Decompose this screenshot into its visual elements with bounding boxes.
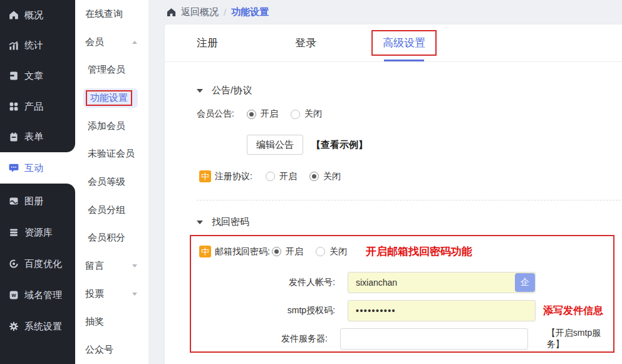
tab-register[interactable]: 注册 <box>170 24 245 61</box>
sidebar-item-label: 文章 <box>24 70 43 82</box>
smtp-code-input-wrap <box>348 300 536 321</box>
sidebar-item-statistics[interactable]: 统计 <box>0 31 75 61</box>
smtp-code-field: smtp授权码: 添写发件信息 <box>229 300 603 321</box>
annotation-enable-email-recovery: 开启邮箱找回密码功能 <box>366 244 472 259</box>
sidebar-item-overview[interactable]: 概况 <box>0 0 75 31</box>
submenu-item-votes[interactable]: 投票 <box>75 280 148 308</box>
submenu-item-manage-members[interactable]: 管理会员 <box>75 56 148 84</box>
svg-text:w: w <box>11 292 16 298</box>
member-notice-radio-group: 开启 关闭 <box>247 108 322 120</box>
submenu-label: 留言 <box>85 260 104 272</box>
submenu-item-messages[interactable]: 留言 <box>75 252 148 280</box>
radio-unselected[interactable] <box>316 247 325 256</box>
annotation-red-box: 功能设置 <box>86 90 132 106</box>
sidebar-item-system-settings[interactable]: 系统设置 <box>0 311 75 342</box>
sidebar-item-interaction[interactable]: 互动 <box>0 152 75 184</box>
member-notice-row: 会员公告: 开启 关闭 <box>197 108 322 120</box>
sidebar-item-label: 互动 <box>24 162 43 174</box>
sender-server-input[interactable] <box>340 328 528 350</box>
annotation-red-section: 中 邮箱找回密码: 开启 关闭 开启邮箱找回密码功能 发件人帐号: 企 smtp… <box>190 235 614 353</box>
submenu-item-feature-settings[interactable]: 功能设置 <box>75 84 148 112</box>
sidebar-item-articles[interactable]: 文章 <box>0 61 75 91</box>
smtp-code-input[interactable] <box>348 300 536 321</box>
edit-announcement-button[interactable]: 编辑公告 <box>247 135 303 155</box>
submenu-label: 在线查询 <box>85 8 123 20</box>
submenu-item-member-groups[interactable]: 会员分组 <box>75 196 148 224</box>
collapse-triangle-icon <box>197 89 203 93</box>
settings-icon <box>9 321 19 331</box>
stats-icon <box>9 41 19 51</box>
submenu-item-add-member[interactable]: 添加会员 <box>75 112 148 140</box>
submenu-item-lottery[interactable]: 抽奖 <box>75 308 148 336</box>
submenu-item-member-levels[interactable]: 会员等级 <box>75 168 148 196</box>
sidebar-block-bottom: 图册 资源库 百度优化 w 域名管理 系统设置 <box>0 184 75 364</box>
medium-badge: 中 <box>199 170 211 182</box>
sidebar-item-label: 域名管理 <box>24 289 62 301</box>
tab-login[interactable]: 登录 <box>268 24 343 61</box>
radio-selected[interactable] <box>309 172 319 181</box>
submenu-item-members[interactable]: 会员 <box>75 28 148 56</box>
collapse-triangle-icon <box>197 221 203 224</box>
section-header-announcement[interactable]: 公告/协议 <box>197 85 252 96</box>
sender-account-input[interactable] <box>348 272 536 293</box>
breadcrumb-current: 功能设置 <box>231 6 269 18</box>
sidebar-item-baidu-seo[interactable]: 百度优化 <box>0 248 75 279</box>
submenu-label: 功能设置 <box>90 92 128 103</box>
radio-selected[interactable] <box>272 247 281 256</box>
radio-unselected[interactable] <box>291 110 300 119</box>
view-example-link[interactable]: 【查看示例】 <box>311 139 368 151</box>
breadcrumb-separator: / <box>224 7 226 18</box>
submenu-item-online-query[interactable]: 在线查询 <box>75 0 148 28</box>
submenu-label: 会员 <box>85 36 104 48</box>
radio-selected[interactable] <box>247 110 256 119</box>
enable-smtp-service-link[interactable]: 【开启smtp服务】 <box>547 328 613 350</box>
sidebar-item-albums[interactable]: 图册 <box>0 185 75 217</box>
medium-badge: 中 <box>199 246 211 257</box>
radio-unselected[interactable] <box>266 172 275 181</box>
radio-option-on[interactable]: 开启 <box>247 108 278 120</box>
radio-label: 关闭 <box>329 246 347 257</box>
products-icon <box>9 101 19 112</box>
home-icon <box>9 10 19 20</box>
breadcrumb: 返回概况 / 功能设置 <box>148 0 622 24</box>
sidebar-block-top: 概况 统计 文章 产品 表单 <box>0 0 75 152</box>
submenu-item-member-points[interactable]: 会员积分 <box>75 224 148 252</box>
member-notice-label: 会员公告: <box>197 108 247 120</box>
sidebar-item-resources[interactable]: 资源库 <box>0 217 75 248</box>
tab-advanced-settings[interactable]: 高级设置 <box>366 24 442 61</box>
sender-account-label: 发件人帐号: <box>229 277 335 288</box>
home-icon <box>167 8 176 17</box>
tab-label: 高级设置 <box>383 37 425 49</box>
chat-icon <box>9 163 19 173</box>
email-recover-radio-group: 开启 关闭 <box>272 246 347 257</box>
domain-icon: w <box>9 290 19 300</box>
radio-label: 关闭 <box>323 171 341 182</box>
register-protocol-radio-group: 开启 关闭 <box>266 171 341 182</box>
submenu-label: 抽奖 <box>85 316 104 328</box>
radio-option-on[interactable]: 开启 <box>272 246 303 257</box>
radio-option-off[interactable]: 关闭 <box>291 108 322 120</box>
sidebar-item-domains[interactable]: w 域名管理 <box>0 279 75 311</box>
section-header-password-recovery[interactable]: 找回密码 <box>197 216 249 228</box>
enterprise-button[interactable]: 企 <box>515 273 535 292</box>
sidebar-item-forms[interactable]: 表单 <box>0 122 75 152</box>
primary-sidebar: 概况 统计 文章 产品 表单 互动 图册 资源库 <box>0 0 75 364</box>
sender-account-input-wrap: 企 <box>348 272 536 293</box>
content-card: 注册 登录 高级设置 公告/协议 会员公告: 开启 关闭 编辑公告 【查看示例】… <box>164 24 622 364</box>
library-icon <box>9 227 19 237</box>
edit-announcement-row: 编辑公告 【查看示例】 <box>247 135 368 155</box>
submenu-label: 会员分组 <box>88 204 125 216</box>
sidebar-item-products[interactable]: 产品 <box>0 91 75 122</box>
radio-option-off[interactable]: 关闭 <box>309 171 341 182</box>
sender-server-input-wrap <box>340 328 528 350</box>
radio-option-off[interactable]: 关闭 <box>316 246 347 257</box>
dashed-divider <box>197 200 621 200</box>
breadcrumb-back-link[interactable]: 返回概况 <box>181 6 219 18</box>
submenu-label: 会员积分 <box>88 232 125 244</box>
submenu-label: 管理会员 <box>88 64 125 76</box>
submenu-label: 会员等级 <box>88 176 125 188</box>
submenu-item-official-account[interactable]: 公众号 <box>75 336 148 364</box>
submenu-item-unverified-members[interactable]: 未验证会员 <box>75 140 148 168</box>
radio-option-on[interactable]: 开启 <box>266 171 297 182</box>
chevron-up-icon <box>132 41 137 44</box>
